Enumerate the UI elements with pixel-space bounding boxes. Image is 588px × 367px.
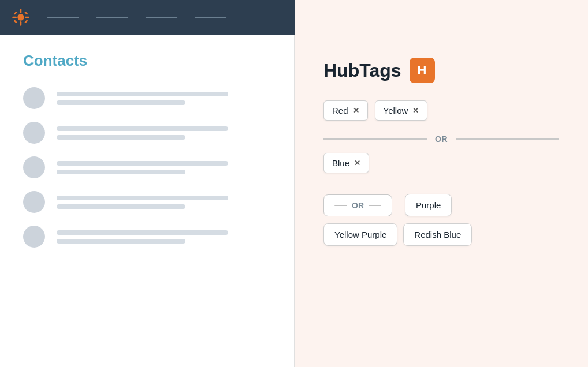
or-line-right: [456, 138, 559, 140]
tag-chip-yellow[interactable]: Yellow ✕: [375, 100, 428, 121]
svg-rect-6: [24, 11, 28, 14]
svg-rect-3: [12, 17, 17, 18]
suggestion-chip-purple[interactable]: Purple: [405, 194, 452, 216]
contact-lines: [57, 126, 271, 140]
list-item: [23, 156, 271, 178]
contacts-title: Contacts: [23, 52, 271, 70]
suggestion-label: Purple: [416, 200, 441, 210]
contact-line: [57, 92, 228, 96]
remove-tag-icon[interactable]: ✕: [353, 106, 359, 115]
list-item: [23, 226, 271, 248]
suggestion-chip-redish-blue[interactable]: Redish Blue: [403, 223, 472, 246]
contact-lines: [57, 196, 271, 209]
nav-dash-1[interactable]: [47, 17, 79, 18]
contact-line: [57, 239, 185, 244]
suggestions-area: OR Purple Yellow Purple Redish Blue: [323, 194, 559, 246]
svg-point-0: [17, 14, 24, 21]
tag-label: Blue: [332, 158, 349, 168]
suggestion-label: Yellow Purple: [334, 230, 386, 239]
suggestions-row-2: Yellow Purple Redish Blue: [323, 223, 559, 246]
list-item: [23, 122, 271, 144]
hubtags-title: HubTags: [323, 60, 401, 81]
contact-lines: [57, 230, 271, 244]
avatar: [23, 156, 45, 178]
contact-line: [57, 230, 228, 235]
list-item: [23, 191, 271, 213]
contact-line: [57, 196, 228, 200]
contact-line: [57, 170, 185, 174]
suggestion-chip-yellow-purple[interactable]: Yellow Purple: [323, 223, 397, 246]
or-btn-line-right: [369, 205, 381, 206]
tag-label: Red: [332, 106, 348, 115]
tag-label: Yellow: [384, 106, 408, 115]
or-divider-1: OR: [323, 134, 559, 144]
tag-chip-red[interactable]: Red ✕: [323, 100, 368, 121]
suggestion-label: Redish Blue: [414, 230, 461, 239]
nav-dash-2[interactable]: [96, 17, 128, 18]
or-add-button[interactable]: OR: [323, 194, 392, 216]
avatar: [23, 191, 45, 213]
contact-list: [23, 87, 271, 248]
hubtags-logo-icon: H: [410, 58, 435, 83]
or-line-left: [323, 138, 427, 140]
svg-rect-7: [14, 20, 17, 23]
nav-dash-3[interactable]: [146, 17, 177, 18]
svg-rect-4: [25, 17, 29, 18]
svg-rect-8: [24, 20, 28, 23]
avatar: [23, 226, 45, 248]
svg-rect-1: [20, 9, 22, 13]
tag-chip-blue[interactable]: Blue ✕: [323, 153, 369, 173]
contact-line: [57, 100, 185, 105]
or-label: OR: [435, 134, 448, 144]
hubspot-logo-icon: [12, 8, 30, 27]
or-btn-line-left: [334, 205, 347, 206]
avatar: [23, 87, 45, 109]
nav-dash-4[interactable]: [195, 17, 226, 18]
hubtags-panel: HubTags H Red ✕ Yellow ✕ OR: [295, 35, 588, 367]
contact-line: [57, 161, 228, 166]
svg-rect-2: [20, 21, 22, 26]
or-button-label: OR: [352, 201, 364, 210]
tag-group-1: Red ✕ Yellow ✕: [323, 100, 559, 121]
tag-group-2: Blue ✕: [323, 153, 559, 173]
avatar: [23, 122, 45, 144]
contact-lines: [57, 161, 271, 174]
contacts-panel: Contacts: [0, 35, 295, 367]
contact-line: [57, 135, 185, 140]
remove-tag-icon[interactable]: ✕: [412, 106, 419, 115]
contact-line: [57, 126, 228, 131]
contact-line: [57, 204, 185, 209]
remove-tag-icon[interactable]: ✕: [354, 159, 360, 167]
contact-lines: [57, 92, 271, 105]
navbar: [0, 0, 295, 35]
suggestions-row-1: OR Purple: [323, 194, 559, 216]
svg-rect-5: [14, 11, 17, 14]
list-item: [23, 87, 271, 109]
hubtags-header: HubTags H: [323, 58, 559, 83]
